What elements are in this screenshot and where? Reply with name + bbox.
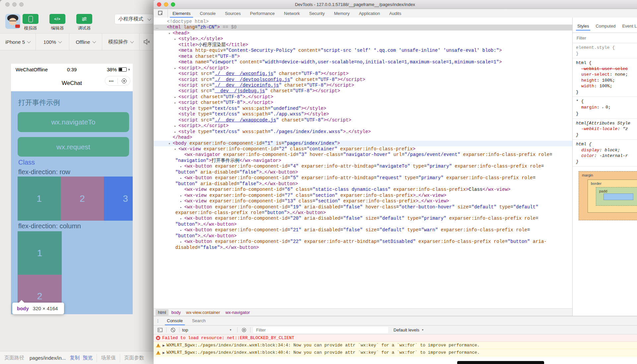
tree-line[interactable]: "navigation">打开事件示例</wx-navigator> <box>154 158 572 164</box>
tree-line[interactable]: <meta http-equiv="Content-Security-Polic… <box>154 48 572 53</box>
inspect-element-icon[interactable] <box>154 9 168 18</box>
live-expression-eye-icon[interactable] <box>240 327 248 333</box>
tree-line[interactable]: <meta name="viewport" content="width=dev… <box>154 59 572 65</box>
console-message-warning[interactable]: ▶WXMLRT_$gwx:./pages/index/index.wxml:bl… <box>154 342 637 349</box>
tree-line[interactable]: <script src="./__dev__/wxconfig.js" char… <box>154 71 572 77</box>
tree-line[interactable]: ▸<style type="text/css" wxss:path="./pag… <box>154 129 572 135</box>
zoom-button[interactable] <box>19 2 24 7</box>
twisty-icon[interactable]: ▸ <box>180 193 182 199</box>
css-rule[interactable]: html[Attributes Style-webkit-locale: "z} <box>573 119 637 140</box>
tree-line[interactable]: <script src="./__dev__/deviceinfo.js" ch… <box>154 83 572 88</box>
tree-line[interactable]: <style type="text/css" wxss:path="./app.… <box>154 111 572 117</box>
clear-console-icon[interactable] <box>169 327 177 333</box>
tree-line[interactable]: ▾<head> <box>154 31 572 36</box>
twisty-icon[interactable]: ▸ <box>174 100 176 106</box>
home-target-icon[interactable] <box>118 79 130 83</box>
twisty-icon[interactable]: ▾ <box>169 141 171 147</box>
tree-line[interactable]: "button" aria-disabled="false">…</wx-but… <box>154 181 572 187</box>
tab-performance[interactable]: Performance <box>246 9 279 18</box>
control-100%[interactable]: 100% <box>36 34 69 50</box>
console-filter-input[interactable] <box>255 327 388 333</box>
minimize-button[interactable] <box>164 2 168 7</box>
twisty-icon[interactable]: ▸ <box>180 176 182 181</box>
twisty-icon[interactable]: ▸ <box>180 199 182 204</box>
expand-dots[interactable]: … <box>156 25 158 30</box>
tree-line[interactable]: <title>小程序渲染层</title> <box>154 42 572 48</box>
drawer-tab-search[interactable]: Search <box>187 316 210 325</box>
styles-filter-input[interactable] <box>576 35 634 41</box>
tool-sliders[interactable]: 调试器 <box>76 14 92 31</box>
expand-arrow-icon[interactable]: ▶ <box>163 344 165 347</box>
css-rule[interactable]: html {display: block;color: -internal-r} <box>573 140 637 167</box>
kebab-menu-icon[interactable]: ⋮ <box>154 320 162 322</box>
tree-line[interactable]: ▸<wx-button exparser:info-component-id="… <box>154 227 572 233</box>
log-levels-select[interactable]: Default levels ▼ <box>393 328 424 332</box>
sidebar-tab-styles[interactable]: Styles <box>575 24 592 33</box>
breadcrumb-wx-navigator[interactable]: wx-navigator <box>223 309 252 316</box>
tree-line[interactable]: ▸<script>…</script> <box>154 123 572 129</box>
twisty-icon[interactable]: ▸ <box>174 36 176 42</box>
box-model-margin[interactable]: margin border padd <box>579 171 637 220</box>
tree-line[interactable]: </head> <box>154 135 572 140</box>
tree-line[interactable]: ▸<wx-button exparser:info-component-id="… <box>154 216 572 221</box>
control-offline[interactable]: Offline <box>69 34 102 50</box>
css-rule[interactable]: html {-webkit-user-selecuser-select: non… <box>573 58 637 97</box>
tab-console[interactable]: Console <box>195 9 220 18</box>
tree-line[interactable]: exparser:info-class-prefix role="button"… <box>154 210 572 216</box>
close-button[interactable] <box>157 2 161 7</box>
control-模拟操作[interactable]: 模拟操作 <box>102 34 140 50</box>
tree-line[interactable]: ▸<wx-button exparser:info-component-id="… <box>154 164 572 169</box>
twisty-icon[interactable]: ▸ <box>174 129 176 135</box>
avatar[interactable] <box>5 14 20 29</box>
tab-elements[interactable]: Elements <box>168 9 195 18</box>
tree-line[interactable]: ▸<wx-view exparser:info-component-id="13… <box>154 198 572 204</box>
breadcrumb-body[interactable]: body <box>169 309 183 316</box>
tree-line[interactable]: <meta charset="UTF-8"> <box>154 54 572 59</box>
tab-security[interactable]: Security <box>305 9 329 18</box>
tab-network[interactable]: Network <box>279 9 305 18</box>
params-label[interactable]: 页面参数 <box>124 355 144 361</box>
console-message-error[interactable]: Failed to load resource: net::ERR_BLOCKE… <box>154 334 637 342</box>
tree-line[interactable]: "button" aria-disabled="false">…</wx-but… <box>154 170 572 175</box>
drawer-tab-console[interactable]: Console <box>162 316 187 325</box>
twisty-icon[interactable]: ▸ <box>180 216 182 222</box>
execution-context-select[interactable]: top ▼ <box>182 328 235 332</box>
mute-speaker-icon[interactable] <box>144 39 150 45</box>
tree-line[interactable]: "button">…</wx-button> <box>154 222 572 227</box>
tree-line[interactable]: …<html lang="zh-CN"> == $0 <box>154 25 572 30</box>
tree-line[interactable]: disabled="false">…</wx-button> <box>154 245 572 251</box>
box-model-border[interactable]: border padd <box>588 180 637 213</box>
control-iphone-5[interactable]: iPhone 5 <box>0 34 36 50</box>
wx-request-button[interactable]: wx.request <box>18 137 129 157</box>
tab-memory[interactable]: Memory <box>329 9 354 18</box>
tree-line[interactable]: <script src="__dev__/jsdebug.js" charset… <box>154 88 572 94</box>
tree-line[interactable]: ▾<body exparser:info-component-id="1" is… <box>154 141 572 146</box>
box-model-content[interactable] <box>603 193 633 200</box>
sidebar-tab-computed[interactable]: Computed <box>593 24 618 33</box>
tree-line[interactable]: ▾<wx-view exparser:info-component-id="2"… <box>154 146 572 152</box>
zoom-button[interactable] <box>171 2 175 7</box>
tool-phone[interactable]: 模拟器 <box>23 14 38 31</box>
close-button[interactable] <box>5 2 10 7</box>
preview-link[interactable]: 预览 <box>83 355 93 361</box>
tree-line[interactable]: ▸<style>…</style> <box>154 36 572 42</box>
twisty-icon[interactable]: ▸ <box>180 228 182 233</box>
tree-line[interactable]: <style type="text/css" wxss:path="undefi… <box>154 106 572 111</box>
tree-line[interactable]: ▸<wx-button exparser:info-component-id="… <box>154 239 572 245</box>
box-model-padding[interactable]: padd <box>596 187 637 206</box>
sidebar-tab-event-listeners[interactable]: Event Listeners <box>619 24 637 33</box>
css-rule[interactable]: * {margin: ▸ 0;} <box>573 97 637 119</box>
twisty-icon[interactable]: ▸ <box>180 164 182 170</box>
minimize-button[interactable] <box>12 2 17 7</box>
twisty-icon[interactable]: ▸ <box>174 66 176 71</box>
tab-sources[interactable]: Sources <box>220 9 246 18</box>
twisty-icon[interactable]: ▾ <box>169 31 171 36</box>
twisty-icon[interactable]: ▸ <box>174 123 176 129</box>
menu-dots-icon[interactable]: ••• <box>105 79 117 83</box>
tab-application[interactable]: Application <box>354 9 385 18</box>
tree-line[interactable]: "button">…</wx-button> <box>154 233 572 239</box>
twisty-icon[interactable]: ▾ <box>174 147 176 152</box>
twisty-icon[interactable]: ▸ <box>174 95 176 100</box>
tree-line[interactable]: <wx-view exparser:info-component-id="6" … <box>154 187 572 192</box>
twisty-icon[interactable]: ▸ <box>180 205 182 210</box>
